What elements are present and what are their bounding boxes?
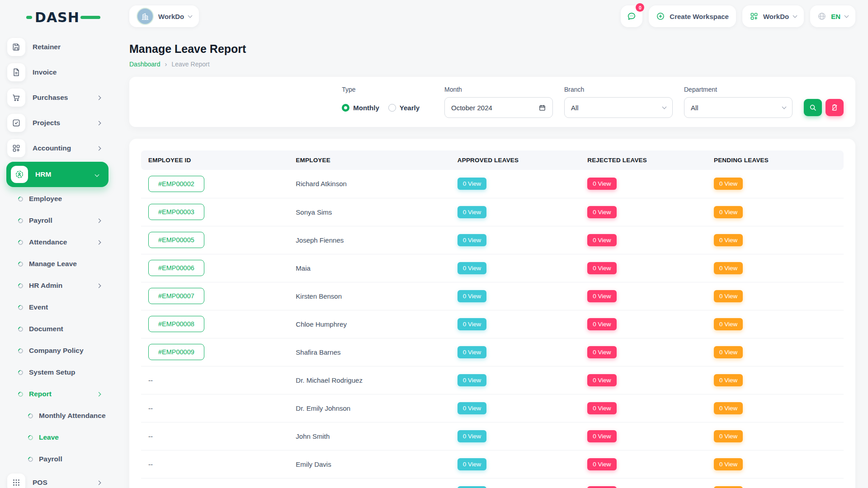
- branch-select[interactable]: All: [564, 97, 673, 118]
- sidebar-item-label: Invoice: [33, 68, 57, 76]
- employee-id-badge[interactable]: #EMP00002: [148, 176, 204, 192]
- approved-leaves-view-button[interactable]: 0 View: [458, 402, 486, 414]
- employee-id-badge[interactable]: #EMP00003: [148, 204, 204, 220]
- workspace-switcher[interactable]: WorkDo: [129, 5, 199, 27]
- globe-icon: [817, 12, 826, 21]
- sidebar-item-label: System Setup: [29, 368, 75, 376]
- sidebar-item[interactable]: Manage Leave: [0, 253, 117, 275]
- sidebar-item[interactable]: HR Admin: [0, 275, 117, 296]
- pending-leaves-view-button[interactable]: 0 View: [714, 486, 743, 488]
- pending-leaves-view-button[interactable]: 0 View: [714, 318, 743, 330]
- rejected-leaves-view-button[interactable]: 0 View: [587, 374, 616, 386]
- search-button[interactable]: [804, 99, 822, 116]
- approved-leaves-view-button[interactable]: 0 View: [458, 178, 486, 190]
- sidebar-item[interactable]: Invoice: [0, 60, 117, 85]
- sidebar-item[interactable]: Purchases: [0, 85, 117, 110]
- reset-filter-button[interactable]: [826, 99, 844, 116]
- sidebar-item[interactable]: Payroll: [0, 448, 117, 470]
- pending-leaves-view-button[interactable]: 0 View: [714, 346, 743, 358]
- sidebar-item[interactable]: Monthly Attendance: [0, 405, 117, 427]
- sidebar-item[interactable]: Report: [0, 383, 117, 405]
- employee-id-badge[interactable]: --: [148, 376, 153, 384]
- approved-leaves-view-button[interactable]: 0 View: [458, 206, 486, 218]
- month-input[interactable]: October 2024: [444, 97, 553, 118]
- approved-leaves-view-button[interactable]: 0 View: [458, 374, 486, 386]
- approved-leaves-view-button[interactable]: 0 View: [458, 430, 486, 442]
- rejected-leaves-view-button[interactable]: 0 View: [587, 486, 616, 488]
- sidebar-item[interactable]: Retainer: [0, 34, 117, 60]
- sidebar-item-label: Event: [29, 303, 48, 311]
- logo-accent-bar: [80, 16, 100, 19]
- employee-id-badge[interactable]: --: [148, 404, 153, 412]
- pending-leaves-view-button[interactable]: 0 View: [714, 178, 743, 190]
- employee-id-badge[interactable]: --: [148, 460, 153, 468]
- rejected-leaves-view-button[interactable]: 0 View: [587, 402, 616, 414]
- rejected-leaves-view-button[interactable]: 0 View: [587, 206, 616, 218]
- employee-id-badge[interactable]: #EMP00005: [148, 232, 204, 248]
- sidebar-item[interactable]: Accounting: [0, 136, 117, 161]
- sidebar-item-label: Report: [29, 390, 52, 398]
- approved-leaves-view-button[interactable]: 0 View: [458, 486, 486, 488]
- sidebar-item[interactable]: System Setup: [0, 361, 117, 383]
- sidebar-item-icon: [7, 38, 25, 56]
- department-select[interactable]: All: [684, 97, 793, 118]
- approved-leaves-view-button[interactable]: 0 View: [458, 290, 486, 302]
- pending-leaves-view-button[interactable]: 0 View: [714, 262, 743, 274]
- bullet-icon: [17, 260, 24, 267]
- rejected-leaves-view-button[interactable]: 0 View: [587, 178, 616, 190]
- type-radio-option[interactable]: Monthly: [342, 104, 379, 112]
- sidebar-item-label: Projects: [33, 119, 60, 127]
- sidebar-item[interactable]: Employee: [0, 188, 117, 210]
- radio-icon: [342, 104, 349, 112]
- language-menu-button[interactable]: EN: [810, 5, 855, 27]
- table-row: #EMP00003 Sonya Sims 0 View 0 View 0 Vie…: [141, 198, 844, 226]
- sidebar-item[interactable]: POS: [0, 470, 117, 488]
- rejected-leaves-view-button[interactable]: 0 View: [587, 430, 616, 442]
- pending-leaves-view-button[interactable]: 0 View: [714, 458, 743, 470]
- messages-button[interactable]: 0: [621, 5, 642, 27]
- sidebar-item-label: Accounting: [33, 144, 71, 152]
- col-rejected-leaves: REJECTED LEAVES: [580, 150, 707, 170]
- sidebar-item[interactable]: Payroll: [0, 210, 117, 231]
- sidebar-item[interactable]: Attendance: [0, 231, 117, 253]
- apps-menu-button[interactable]: WorkDo: [742, 5, 804, 27]
- sidebar-item[interactable]: Leave: [0, 427, 117, 448]
- radio-label: Monthly: [353, 104, 379, 112]
- pending-leaves-view-button[interactable]: 0 View: [714, 290, 743, 302]
- rejected-leaves-view-button[interactable]: 0 View: [587, 234, 616, 246]
- sidebar-item[interactable]: Document: [0, 318, 117, 340]
- approved-leaves-view-button[interactable]: 0 View: [458, 458, 486, 470]
- sidebar-item[interactable]: Company Policy: [0, 340, 117, 361]
- rejected-leaves-view-button[interactable]: 0 View: [587, 262, 616, 274]
- employee-id-badge[interactable]: #EMP00006: [148, 260, 204, 276]
- employee-name: Shafira Barnes: [296, 348, 340, 356]
- create-workspace-button[interactable]: Create Workspace: [649, 5, 736, 27]
- sidebar-item-label: HRM: [35, 170, 51, 178]
- branch-filter-group: Branch All: [564, 86, 673, 118]
- pending-leaves-view-button[interactable]: 0 View: [714, 234, 743, 246]
- employee-id-badge[interactable]: #EMP00008: [148, 316, 204, 332]
- approved-leaves-view-button[interactable]: 0 View: [458, 318, 486, 330]
- employee-id-badge[interactable]: #EMP00009: [148, 344, 204, 360]
- type-filter-group: Type Monthly Yearly: [342, 86, 420, 118]
- employee-id-badge[interactable]: --: [148, 432, 153, 440]
- type-radio-option[interactable]: Yearly: [388, 104, 420, 112]
- sidebar-item[interactable]: HRM: [6, 162, 108, 187]
- sidebar-item[interactable]: Event: [0, 296, 117, 318]
- approved-leaves-view-button[interactable]: 0 View: [458, 234, 486, 246]
- employee-id-badge[interactable]: #EMP00007: [148, 288, 204, 304]
- pending-leaves-view-button[interactable]: 0 View: [714, 402, 743, 414]
- rejected-leaves-view-button[interactable]: 0 View: [587, 458, 616, 470]
- breadcrumb-dashboard-link[interactable]: Dashboard: [129, 61, 160, 68]
- approved-leaves-view-button[interactable]: 0 View: [458, 346, 486, 358]
- sidebar-item[interactable]: Projects: [0, 110, 117, 136]
- rejected-leaves-view-button[interactable]: 0 View: [587, 318, 616, 330]
- pending-leaves-view-button[interactable]: 0 View: [714, 430, 743, 442]
- bullet-icon: [17, 390, 24, 398]
- pending-leaves-view-button[interactable]: 0 View: [714, 374, 743, 386]
- rejected-leaves-view-button[interactable]: 0 View: [587, 346, 616, 358]
- pending-leaves-view-button[interactable]: 0 View: [714, 206, 743, 218]
- approved-leaves-view-button[interactable]: 0 View: [458, 262, 486, 274]
- table-row: -- John Smith 0 View 0 View 0 View: [141, 422, 844, 450]
- rejected-leaves-view-button[interactable]: 0 View: [587, 290, 616, 302]
